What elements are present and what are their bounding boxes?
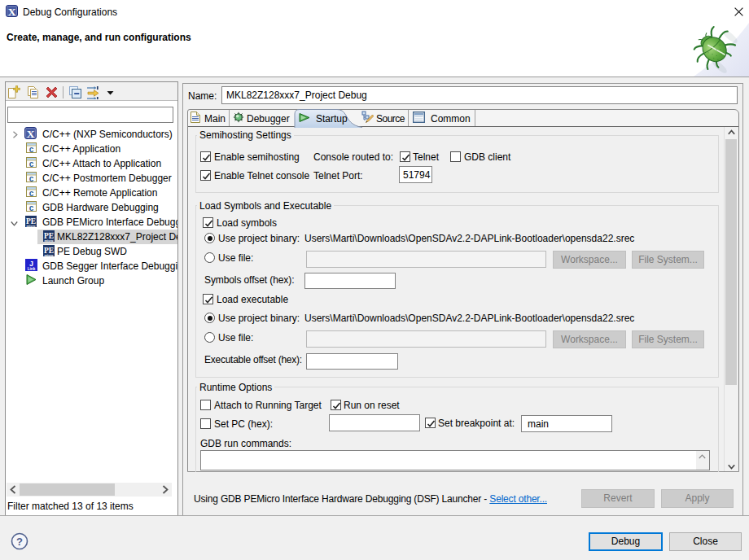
svg-text:X: X: [27, 128, 35, 140]
svg-text:X: X: [8, 6, 16, 18]
svg-text:Link: Link: [28, 267, 36, 271]
svg-text:?: ?: [16, 536, 23, 548]
